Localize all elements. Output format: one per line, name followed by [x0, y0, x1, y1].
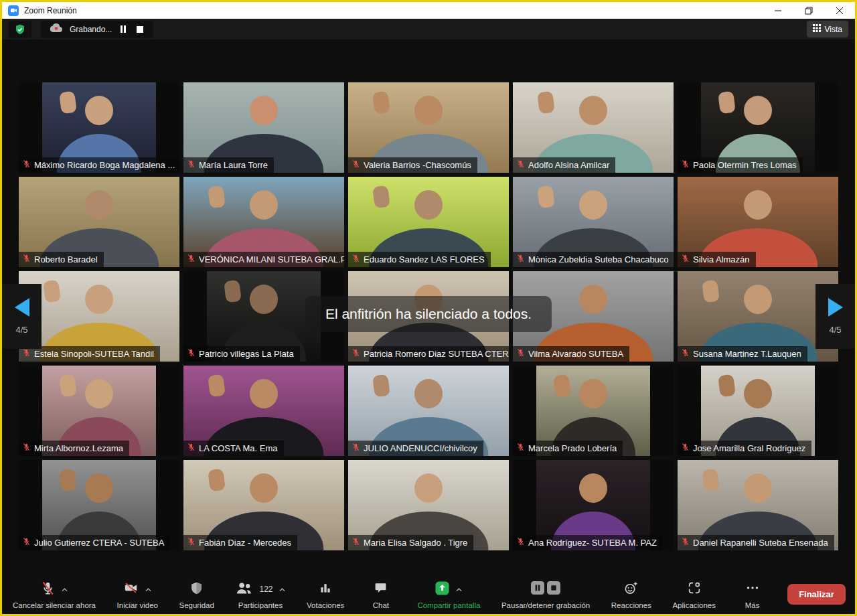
muted-mic-icon	[22, 348, 31, 359]
participant-name-label: Ana Rodríguez- SUTEBA M. PAZ	[513, 535, 663, 550]
chevron-up-icon[interactable]	[145, 583, 152, 595]
participant-silhouette-head	[579, 379, 607, 408]
participant-tile[interactable]: VERÓNICA MILANI SUTEBA GRAL.P...	[183, 177, 344, 267]
toolbar-reactions-button[interactable]: Reacciones	[607, 574, 655, 614]
participant-tile[interactable]: María Laura Torre	[183, 82, 344, 173]
muted-mic-icon	[352, 254, 360, 264]
participant-name: Ana Rodríguez- SUTEBA M. PAZ	[528, 538, 657, 548]
muted-mic-icon	[352, 443, 360, 453]
muted-mic-icon	[516, 537, 525, 548]
participant-tile[interactable]: JULIO ANDENUCCI/chivilcoy	[348, 366, 509, 456]
participant-silhouette-head	[85, 96, 113, 125]
raised-hand	[553, 374, 571, 397]
close-button[interactable]	[824, 2, 855, 19]
toolbar-item-label: Seguridad	[179, 601, 214, 609]
raised-hand	[373, 374, 391, 397]
apps-icon	[687, 581, 702, 598]
participant-name-label: Patricio villegas La Plata	[183, 346, 300, 362]
end-meeting-button[interactable]: Finalizar	[787, 584, 846, 605]
muted-mic-icon	[516, 159, 525, 170]
participant-tile[interactable]: Daniel Rapanelli Suteba Ensenada	[678, 460, 838, 550]
participant-tile[interactable]: Ana Rodríguez- SUTEBA M. PAZ	[513, 460, 674, 550]
participant-name-label: Roberto Baradel	[19, 252, 104, 267]
raised-hand	[538, 90, 556, 114]
muted-mic-icon	[22, 537, 31, 548]
pause-recording-icon[interactable]	[118, 24, 129, 35]
participant-name: VERÓNICA MILANI SUTEBA GRAL.P...	[199, 254, 344, 264]
next-page-control[interactable]: 4/5	[815, 284, 855, 349]
toolbar-item-label: Cancelar silenciar ahora	[13, 601, 96, 609]
next-page-arrow-icon[interactable]	[828, 298, 843, 317]
minimize-button[interactable]	[763, 2, 793, 19]
toolbar-security-button[interactable]: Seguridad	[175, 574, 218, 614]
participant-tile[interactable]: Eduardo Sandez LAS FLORES	[348, 177, 509, 267]
chevron-up-icon[interactable]	[61, 583, 68, 595]
participant-tile[interactable]: LA COSTA Ma. Ema	[183, 366, 344, 456]
muted-mic-icon	[187, 443, 196, 453]
participant-tile[interactable]: Estela Sinopoli-SUTEBA Tandil	[19, 271, 179, 362]
muted-mic-icon	[187, 348, 196, 359]
toolbar-participants-button[interactable]: 122Participantes	[231, 574, 289, 614]
participant-silhouette-head	[85, 379, 113, 408]
participant-tile[interactable]: Fabián Diaz - Mercedes	[183, 460, 344, 550]
participant-name-label: Marcela Prado Lobería	[513, 441, 623, 456]
participant-name: JULIO ANDENUCCI/chivilcoy	[364, 443, 477, 453]
view-button[interactable]: Vista	[807, 21, 848, 37]
toolbar-more-button[interactable]: Más	[733, 574, 772, 614]
participant-name-label: LA COSTA Ma. Ema	[183, 441, 284, 456]
participant-name-label: Silvia Almazán	[678, 252, 756, 267]
chat-icon	[374, 581, 388, 597]
participant-name-label: Valeria Barrios -Chascomús	[348, 157, 477, 173]
toolbar-mute-button[interactable]: Cancelar silenciar ahora	[9, 574, 100, 614]
chevron-up-icon[interactable]	[279, 583, 286, 595]
toolbar-share-button[interactable]: Compartir pantalla	[413, 574, 484, 614]
previous-page-control[interactable]: 4/5	[2, 284, 42, 349]
participant-tile[interactable]: Mirta Albornoz.Lezama	[19, 366, 179, 456]
toolbar-recording-button[interactable]: Pausar/detener grabación	[497, 574, 594, 614]
restore-button[interactable]	[793, 2, 824, 19]
participant-name-label: Julio Gutierrez CTERA - SUTEBA	[19, 535, 170, 550]
participant-name: Silvia Almazán	[693, 254, 750, 264]
page-indicator: 4/5	[15, 325, 27, 335]
chevron-up-icon[interactable]	[455, 583, 463, 595]
participant-name: Valeria Barrios -Chascomús	[364, 160, 471, 170]
participant-name: María Laura Torre	[199, 160, 268, 170]
title-bar: Zoom Reunión	[2, 2, 855, 19]
participant-silhouette-head	[579, 473, 607, 503]
participant-name-label: Susana Martinez T.Lauquen	[678, 346, 807, 362]
previous-page-arrow-icon[interactable]	[15, 298, 29, 317]
raised-hand	[224, 279, 242, 303]
meeting-security-shield-icon[interactable]	[9, 21, 31, 38]
participant-name-label: Eduardo Sandez LAS FLORES	[348, 252, 491, 267]
participants-count: 122	[259, 585, 272, 594]
toolbar-video-button[interactable]: Iniciar video	[113, 574, 162, 614]
toolbar-apps-button[interactable]: Aplicaciones	[668, 574, 720, 614]
participant-tile[interactable]: Adolfo Alsina Amilcar	[513, 82, 674, 173]
participant-tile[interactable]: Silvia Almazán	[678, 177, 838, 267]
participant-name: Mirta Albornoz.Lezama	[34, 443, 123, 453]
participant-name: Patricia Romero Diaz SUTEBA CTERA	[364, 349, 509, 359]
muted-mic-icon	[22, 254, 31, 264]
participant-tile[interactable]: Mònica Zubeldia Suteba Chacabuco	[513, 177, 674, 267]
muted-mic-icon	[187, 537, 196, 548]
raised-hand	[208, 374, 226, 397]
participant-name-label: Mònica Zubeldia Suteba Chacabuco	[513, 252, 674, 267]
participant-tile[interactable]: Paola Otermin Tres Lomas	[678, 82, 838, 173]
muted-mic-icon	[681, 537, 690, 548]
participant-tile[interactable]: Susana Martinez T.Lauquen	[678, 271, 838, 362]
participant-tile[interactable]: Julio Gutierrez CTERA - SUTEBA	[19, 460, 179, 550]
participant-tile[interactable]: Maria Elisa Salgado . Tigre	[348, 460, 509, 550]
toolbar-polls-button[interactable]: Votaciones	[303, 574, 348, 614]
toolbar-item-label: Más	[745, 601, 760, 609]
zoom-app-icon	[8, 5, 19, 16]
participant-silhouette-head	[414, 96, 443, 125]
participant-tile[interactable]: Roberto Baradel	[19, 177, 179, 267]
participant-tile[interactable]: Marcela Prado Lobería	[513, 366, 674, 456]
participant-tile[interactable]: Máximo Ricardo Boga Magdalena ...	[19, 82, 179, 173]
participant-tile[interactable]: Valeria Barrios -Chascomús	[348, 82, 509, 173]
participant-name-label: JULIO ANDENUCCI/chivilcoy	[348, 441, 483, 456]
participant-tile[interactable]: Jose Amarilla Gral Rodriguez	[678, 366, 838, 456]
people-icon	[235, 581, 252, 598]
stop-recording-icon[interactable]	[135, 24, 145, 35]
toolbar-chat-button[interactable]: Chat	[362, 574, 400, 614]
